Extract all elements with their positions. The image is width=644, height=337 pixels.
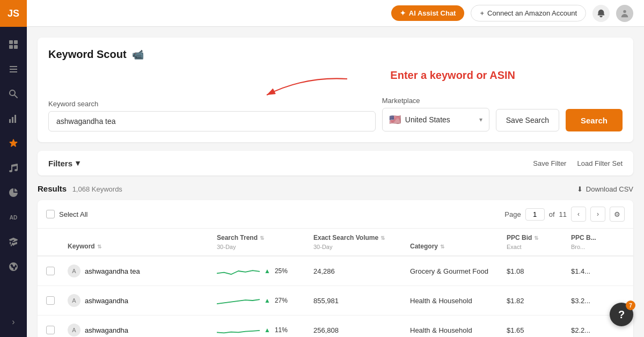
sort-keyword-icon: ⇅: [97, 244, 101, 250]
notifications-icon[interactable]: [592, 5, 610, 22]
sidebar-expand-button[interactable]: ›: [0, 312, 27, 332]
main-content: ✦ AI Assist Chat + Connect an Amazon Acc…: [27, 0, 644, 337]
select-all-row[interactable]: Select All: [46, 210, 87, 218]
results-count: 1,068 Keywords: [72, 185, 122, 193]
row-checkbox[interactable]: [46, 296, 68, 305]
sidebar-item-products[interactable]: [0, 57, 27, 82]
connect-label: Connect an Amazon Account: [487, 9, 577, 17]
keyword-brand-icon: A: [68, 265, 80, 277]
app-logo[interactable]: JS: [0, 0, 27, 27]
ai-assist-button[interactable]: ✦ AI Assist Chat: [391, 5, 465, 21]
col-category-label: Category: [410, 243, 438, 250]
results-header: Results 1,068 Keywords ⬇ Download CSV: [38, 184, 633, 194]
prev-page-button[interactable]: ‹: [571, 207, 586, 222]
sidebar-item-analytics[interactable]: [0, 106, 27, 131]
category-cell: Grocery & Gourmet Food: [410, 267, 507, 275]
sidebar-item-megaphone[interactable]: [0, 156, 27, 180]
help-badge: 7: [626, 301, 635, 310]
page-input[interactable]: [525, 208, 545, 221]
row-checkbox[interactable]: [46, 326, 68, 334]
question-mark-icon: ?: [618, 309, 625, 321]
sidebar-item-ad[interactable]: AD: [0, 205, 27, 230]
trend-sparkline: [217, 292, 260, 309]
col-trend[interactable]: Search Trend ⇅ 30-Day: [217, 234, 313, 250]
row-select-checkbox[interactable]: [46, 326, 55, 334]
row-select-checkbox[interactable]: [46, 267, 55, 275]
filters-toggle[interactable]: Filters ▾: [48, 158, 80, 168]
keyword-brand-icon: A: [68, 294, 80, 307]
category-cell: Health & Household: [410, 297, 507, 305]
download-csv-button[interactable]: ⬇ Download CSV: [577, 185, 633, 193]
svg-rect-1: [14, 40, 18, 44]
filters-card: Filters ▾ Save Filter Load Filter Set: [38, 151, 633, 175]
user-avatar[interactable]: [616, 5, 633, 22]
ppc-broad-cell: $1.4...: [571, 267, 625, 275]
sidebar-nav: AD: [0, 27, 27, 312]
save-filter-button[interactable]: Save Filter: [533, 159, 566, 167]
keyword-text: ashwagandha: [85, 297, 128, 305]
row-select-checkbox[interactable]: [46, 296, 55, 305]
keyword-search-field: Keyword search: [48, 100, 376, 131]
table-header-row: Keyword ⇅ Search Trend ⇅ 30-Day Exact Se…: [38, 229, 633, 257]
keyword-search-input[interactable]: [48, 111, 376, 131]
col-trend-sub: 30-Day: [217, 244, 236, 250]
pagination-controls: Page of 11 ‹ › ⚙: [504, 207, 625, 222]
trend-up-icon: ▲: [264, 297, 270, 304]
trend-percent: 25%: [275, 267, 288, 275]
keyword-brand-icon: A: [68, 324, 80, 336]
card-header: Keyword Scout 📹: [48, 48, 623, 61]
col-volume-label: Exact Search Volume: [313, 234, 378, 241]
search-button[interactable]: Search: [566, 109, 623, 131]
connect-amazon-button[interactable]: + Connect an Amazon Account: [471, 5, 586, 21]
category-cell: Health & Household: [410, 326, 507, 334]
volume-cell: 855,981: [313, 297, 410, 305]
next-page-button[interactable]: ›: [590, 207, 605, 222]
svg-rect-0: [9, 40, 13, 44]
keyword-text: ashwagandha tea: [85, 267, 140, 275]
col-keyword[interactable]: Keyword ⇅: [68, 243, 217, 250]
sidebar-item-search[interactable]: [0, 82, 27, 106]
table-row: A ashwagandha ▲ 11% 256,808 Health & Hou…: [38, 316, 633, 337]
sidebar-item-keyword[interactable]: [0, 131, 27, 156]
card-title: Keyword Scout: [48, 48, 127, 61]
sidebar-item-training[interactable]: [0, 230, 27, 254]
svg-rect-3: [14, 45, 18, 49]
chevron-down-icon: ▾: [479, 116, 482, 123]
trend-sparkline: [217, 263, 260, 279]
load-filter-button[interactable]: Load Filter Set: [577, 159, 623, 167]
filters-actions: Save Filter Load Filter Set: [533, 159, 623, 167]
marketplace-field: Marketplace 🇺🇸 United States ▾: [382, 97, 489, 131]
trend-cell: ▲ 27%: [217, 292, 313, 309]
table-row: A ashwagandha tea ▲ 25% 24,286 Grocery &…: [38, 257, 633, 286]
col-ppc-sub: Exact: [507, 244, 522, 250]
plus-icon: +: [480, 9, 484, 17]
volume-cell: 24,286: [313, 267, 410, 275]
col-category[interactable]: Category ⇅: [410, 243, 507, 250]
table-settings-button[interactable]: ⚙: [610, 207, 625, 222]
filters-chevron-icon: ▾: [76, 158, 80, 168]
keyword-cell: A ashwagandha: [68, 294, 217, 307]
select-all-checkbox[interactable]: [46, 210, 55, 218]
row-checkbox[interactable]: [46, 267, 68, 275]
sidebar-item-globe[interactable]: [0, 254, 27, 279]
ppc-exact-cell: $1.65: [507, 326, 571, 334]
keyword-cell: A ashwagandha tea: [68, 265, 217, 277]
table-body: A ashwagandha tea ▲ 25% 24,286 Grocery &…: [38, 257, 633, 337]
sort-category-icon: ⇅: [440, 244, 444, 250]
col-volume[interactable]: Exact Search Volume ⇅ 30-Day: [313, 234, 410, 250]
ai-assist-label: AI Assist Chat: [409, 9, 456, 17]
help-button[interactable]: 7 ?: [610, 303, 633, 326]
trend-cell: ▲ 25%: [217, 263, 313, 279]
keyword-scout-card: Keyword Scout 📹 Enter a keyword or ASIN: [38, 38, 633, 142]
sidebar-item-chart[interactable]: [0, 180, 27, 205]
page-total: 11: [559, 210, 567, 218]
col-ppc-exact[interactable]: PPC Bid ⇅ Exact: [507, 234, 571, 250]
ppc-exact-cell: $1.08: [507, 267, 571, 275]
keyword-text: ashwagandha: [85, 326, 128, 334]
marketplace-select[interactable]: 🇺🇸 United States ▾: [382, 108, 489, 131]
col-volume-sub: 30-Day: [313, 244, 332, 250]
save-search-button[interactable]: Save Search: [496, 109, 559, 131]
sidebar-item-dashboard[interactable]: [0, 32, 27, 57]
col-ppc-broad[interactable]: PPC B... Bro...: [571, 234, 625, 250]
video-icon[interactable]: 📹: [132, 49, 144, 61]
